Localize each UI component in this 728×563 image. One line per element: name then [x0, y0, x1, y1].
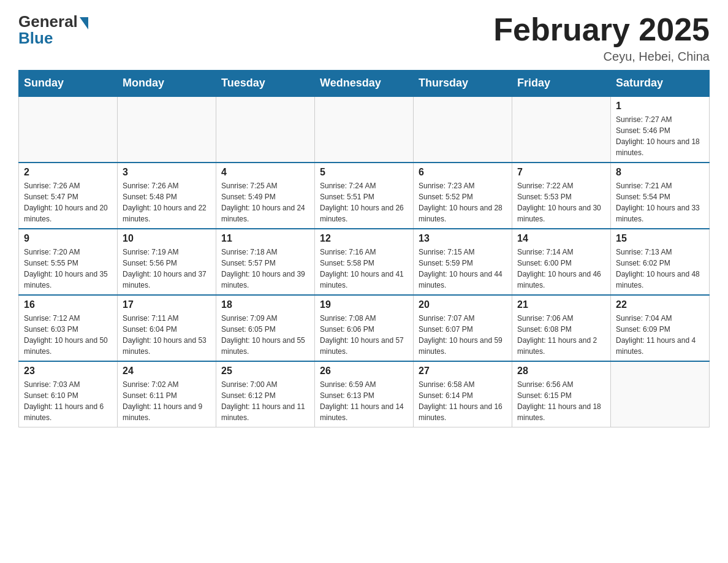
- day-number: 2: [24, 167, 112, 178]
- day-number: 13: [419, 233, 507, 244]
- title-block: February 2025 Ceyu, Hebei, China: [493, 12, 710, 64]
- calendar-day-cell: 2Sunrise: 7:26 AMSunset: 5:47 PMDaylight…: [19, 163, 118, 229]
- calendar-day-cell: [611, 361, 710, 427]
- day-info: Sunrise: 6:59 AMSunset: 6:13 PMDaylight:…: [320, 380, 404, 422]
- day-number: 25: [221, 366, 309, 377]
- calendar-week-row: 2Sunrise: 7:26 AMSunset: 5:47 PMDaylight…: [19, 163, 710, 229]
- location-text: Ceyu, Hebei, China: [493, 50, 710, 64]
- day-info: Sunrise: 7:21 AMSunset: 5:54 PMDaylight:…: [616, 182, 700, 223]
- calendar-day-cell: 22Sunrise: 7:04 AMSunset: 6:09 PMDayligh…: [611, 295, 710, 361]
- calendar-week-row: 23Sunrise: 7:03 AMSunset: 6:10 PMDayligh…: [19, 361, 710, 427]
- day-info: Sunrise: 7:00 AMSunset: 6:12 PMDaylight:…: [221, 380, 305, 422]
- calendar-day-cell: 1Sunrise: 7:27 AMSunset: 5:46 PMDaylight…: [611, 96, 710, 163]
- day-info: Sunrise: 7:14 AMSunset: 6:00 PMDaylight:…: [517, 248, 601, 289]
- calendar-table: SundayMondayTuesdayWednesdayThursdayFrid…: [18, 70, 710, 427]
- calendar-header-monday: Monday: [118, 71, 216, 97]
- day-info: Sunrise: 7:16 AMSunset: 5:58 PMDaylight:…: [320, 248, 404, 289]
- day-info: Sunrise: 7:18 AMSunset: 5:57 PMDaylight:…: [221, 248, 305, 289]
- day-number: 18: [221, 299, 309, 310]
- calendar-day-cell: 27Sunrise: 6:58 AMSunset: 6:14 PMDayligh…: [414, 361, 512, 427]
- calendar-day-cell: [315, 96, 414, 163]
- calendar-day-cell: 6Sunrise: 7:23 AMSunset: 5:52 PMDaylight…: [414, 163, 512, 229]
- day-number: 6: [419, 167, 507, 178]
- day-number: 16: [24, 299, 112, 310]
- calendar-day-cell: 10Sunrise: 7:19 AMSunset: 5:56 PMDayligh…: [118, 229, 216, 295]
- calendar-day-cell: 12Sunrise: 7:16 AMSunset: 5:58 PMDayligh…: [315, 229, 414, 295]
- day-number: 28: [517, 366, 605, 377]
- day-info: Sunrise: 7:25 AMSunset: 5:49 PMDaylight:…: [221, 182, 305, 223]
- calendar-week-row: 16Sunrise: 7:12 AMSunset: 6:03 PMDayligh…: [19, 295, 710, 361]
- calendar-day-cell: 14Sunrise: 7:14 AMSunset: 6:00 PMDayligh…: [512, 229, 611, 295]
- calendar-week-row: 1Sunrise: 7:27 AMSunset: 5:46 PMDaylight…: [19, 96, 710, 163]
- calendar-day-cell: 20Sunrise: 7:07 AMSunset: 6:07 PMDayligh…: [414, 295, 512, 361]
- day-info: Sunrise: 7:19 AMSunset: 5:56 PMDaylight:…: [123, 248, 207, 289]
- day-number: 5: [320, 167, 408, 178]
- month-title: February 2025: [493, 12, 710, 47]
- day-info: Sunrise: 7:03 AMSunset: 6:10 PMDaylight:…: [24, 380, 104, 422]
- day-number: 1: [616, 101, 704, 112]
- day-number: 11: [221, 233, 309, 244]
- calendar-day-cell: 24Sunrise: 7:02 AMSunset: 6:11 PMDayligh…: [118, 361, 216, 427]
- calendar-day-cell: [118, 96, 216, 163]
- calendar-header-friday: Friday: [512, 71, 611, 97]
- calendar-day-cell: 25Sunrise: 7:00 AMSunset: 6:12 PMDayligh…: [216, 361, 315, 427]
- calendar-day-cell: 18Sunrise: 7:09 AMSunset: 6:05 PMDayligh…: [216, 295, 315, 361]
- day-info: Sunrise: 7:04 AMSunset: 6:09 PMDaylight:…: [616, 314, 696, 356]
- calendar-header-sunday: Sunday: [19, 71, 118, 97]
- day-number: 17: [123, 299, 211, 310]
- logo-blue-text: Blue: [18, 29, 53, 48]
- day-number: 23: [24, 366, 112, 377]
- day-number: 26: [320, 366, 408, 377]
- calendar-day-cell: [512, 96, 611, 163]
- calendar-day-cell: 26Sunrise: 6:59 AMSunset: 6:13 PMDayligh…: [315, 361, 414, 427]
- day-info: Sunrise: 7:12 AMSunset: 6:03 PMDaylight:…: [24, 314, 108, 356]
- day-number: 21: [517, 299, 605, 310]
- day-number: 19: [320, 299, 408, 310]
- day-info: Sunrise: 7:08 AMSunset: 6:06 PMDaylight:…: [320, 314, 404, 356]
- calendar-day-cell: [414, 96, 512, 163]
- day-info: Sunrise: 7:26 AMSunset: 5:47 PMDaylight:…: [24, 182, 108, 223]
- day-info: Sunrise: 7:09 AMSunset: 6:05 PMDaylight:…: [221, 314, 305, 356]
- day-number: 9: [24, 233, 112, 244]
- calendar-day-cell: 9Sunrise: 7:20 AMSunset: 5:55 PMDaylight…: [19, 229, 118, 295]
- day-info: Sunrise: 7:13 AMSunset: 6:02 PMDaylight:…: [616, 248, 700, 289]
- day-number: 27: [419, 366, 507, 377]
- day-info: Sunrise: 7:26 AMSunset: 5:48 PMDaylight:…: [123, 182, 207, 223]
- day-number: 4: [221, 167, 309, 178]
- calendar-header-tuesday: Tuesday: [216, 71, 315, 97]
- day-number: 7: [517, 167, 605, 178]
- calendar-day-cell: 4Sunrise: 7:25 AMSunset: 5:49 PMDaylight…: [216, 163, 315, 229]
- calendar-day-cell: 13Sunrise: 7:15 AMSunset: 5:59 PMDayligh…: [414, 229, 512, 295]
- calendar-day-cell: 11Sunrise: 7:18 AMSunset: 5:57 PMDayligh…: [216, 229, 315, 295]
- day-number: 24: [123, 366, 211, 377]
- day-info: Sunrise: 7:07 AMSunset: 6:07 PMDaylight:…: [419, 314, 502, 356]
- day-number: 15: [616, 233, 704, 244]
- calendar-header-saturday: Saturday: [611, 71, 710, 97]
- day-number: 8: [616, 167, 704, 178]
- calendar-day-cell: 7Sunrise: 7:22 AMSunset: 5:53 PMDaylight…: [512, 163, 611, 229]
- calendar-day-cell: 16Sunrise: 7:12 AMSunset: 6:03 PMDayligh…: [19, 295, 118, 361]
- calendar-week-row: 9Sunrise: 7:20 AMSunset: 5:55 PMDaylight…: [19, 229, 710, 295]
- day-info: Sunrise: 7:27 AMSunset: 5:46 PMDaylight:…: [616, 115, 700, 157]
- calendar-day-cell: [19, 96, 118, 163]
- calendar-day-cell: [216, 96, 315, 163]
- day-info: Sunrise: 7:11 AMSunset: 6:04 PMDaylight:…: [123, 314, 207, 356]
- day-info: Sunrise: 6:58 AMSunset: 6:14 PMDaylight:…: [419, 380, 502, 422]
- calendar-day-cell: 17Sunrise: 7:11 AMSunset: 6:04 PMDayligh…: [118, 295, 216, 361]
- day-number: 3: [123, 167, 211, 178]
- day-info: Sunrise: 7:02 AMSunset: 6:11 PMDaylight:…: [123, 380, 202, 422]
- logo-arrow-icon: [80, 17, 88, 29]
- day-info: Sunrise: 7:23 AMSunset: 5:52 PMDaylight:…: [419, 182, 502, 223]
- day-number: 10: [123, 233, 211, 244]
- day-number: 20: [419, 299, 507, 310]
- calendar-day-cell: 8Sunrise: 7:21 AMSunset: 5:54 PMDaylight…: [611, 163, 710, 229]
- calendar-day-cell: 15Sunrise: 7:13 AMSunset: 6:02 PMDayligh…: [611, 229, 710, 295]
- day-info: Sunrise: 7:20 AMSunset: 5:55 PMDaylight:…: [24, 248, 108, 289]
- calendar-header-wednesday: Wednesday: [315, 71, 414, 97]
- calendar-day-cell: 3Sunrise: 7:26 AMSunset: 5:48 PMDaylight…: [118, 163, 216, 229]
- calendar-header-row: SundayMondayTuesdayWednesdayThursdayFrid…: [19, 71, 710, 97]
- calendar-day-cell: 28Sunrise: 6:56 AMSunset: 6:15 PMDayligh…: [512, 361, 611, 427]
- day-number: 12: [320, 233, 408, 244]
- calendar-day-cell: 19Sunrise: 7:08 AMSunset: 6:06 PMDayligh…: [315, 295, 414, 361]
- day-info: Sunrise: 6:56 AMSunset: 6:15 PMDaylight:…: [517, 380, 601, 422]
